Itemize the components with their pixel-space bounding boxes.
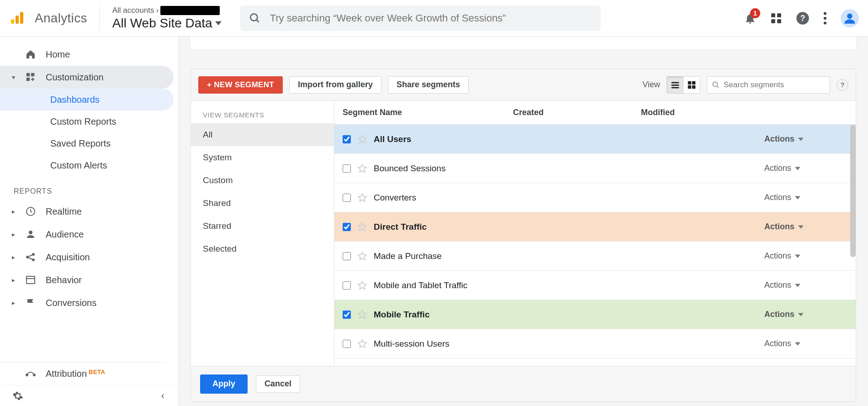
share-segments-button[interactable]: Share segments: [388, 76, 469, 94]
nav-attribution[interactable]: AttributionBETA: [0, 362, 174, 385]
segment-actions[interactable]: Actions: [764, 193, 856, 202]
col-segment-name[interactable]: Segment Name: [334, 108, 513, 117]
behavior-icon: [25, 274, 37, 285]
redacted-account-name: [160, 6, 220, 15]
segment-actions[interactable]: Actions: [764, 134, 856, 144]
segment-row[interactable]: Multi-session UsersActions: [334, 329, 856, 359]
segment-actions[interactable]: Actions: [764, 163, 856, 173]
star-icon[interactable]: [357, 251, 367, 261]
segment-row[interactable]: New UsersActions: [334, 359, 856, 366]
segment-checkbox[interactable]: [343, 135, 351, 143]
segment-checkbox[interactable]: [343, 194, 351, 202]
star-icon[interactable]: [357, 163, 367, 174]
clock-icon: [25, 206, 37, 217]
help-icon[interactable]: ?: [796, 11, 810, 25]
nav-sub-custom-reports[interactable]: Custom Reports: [0, 111, 174, 132]
nav-sub-saved-reports[interactable]: Saved Reports: [0, 132, 174, 154]
svg-point-20: [26, 256, 28, 258]
apply-button[interactable]: Apply: [200, 374, 248, 394]
nav-home[interactable]: Home: [0, 43, 174, 66]
view-grid-button[interactable]: [683, 77, 700, 93]
star-icon[interactable]: [357, 134, 367, 144]
customization-icon: [25, 72, 37, 82]
segment-row[interactable]: Made a PurchaseActions: [334, 242, 856, 271]
segment-checkbox[interactable]: [343, 252, 351, 260]
segment-row[interactable]: Mobile and Tablet TrafficActions: [334, 271, 856, 300]
segment-checkbox[interactable]: [343, 340, 351, 348]
nav-realtime[interactable]: ▸ Realtime: [0, 200, 174, 223]
account-selector[interactable]: All accounts › All Web Site Data: [112, 6, 222, 31]
more-icon[interactable]: [823, 12, 827, 25]
view-list-button[interactable]: [667, 77, 683, 93]
segment-row[interactable]: Mobile TrafficActions: [334, 300, 856, 329]
svg-point-3: [250, 14, 257, 21]
home-icon: [25, 49, 37, 60]
scrollbar[interactable]: [850, 125, 856, 257]
segment-name: Mobile Traffic: [374, 310, 429, 320]
flag-icon: [25, 297, 37, 308]
star-icon[interactable]: [357, 280, 367, 290]
caret-down-icon: [215, 20, 222, 26]
apps-icon[interactable]: [770, 12, 782, 24]
product-logo[interactable]: Analytics: [9, 5, 100, 31]
new-segment-button[interactable]: + NEW SEGMENT: [198, 76, 283, 94]
svg-rect-8: [777, 19, 781, 23]
segment-row[interactable]: ConvertersActions: [334, 183, 856, 212]
star-icon[interactable]: [357, 222, 367, 232]
collapse-nav[interactable]: ‹: [161, 390, 164, 402]
nav-conversions[interactable]: ▸ Conversions: [0, 291, 174, 314]
nav-audience[interactable]: ▸ Audience: [0, 223, 174, 246]
segment-actions[interactable]: Actions: [764, 251, 856, 261]
svg-rect-15: [26, 73, 30, 76]
segment-name: Multi-session Users: [374, 339, 450, 349]
segment-checkbox[interactable]: [343, 311, 351, 319]
segment-checkbox[interactable]: [343, 164, 351, 173]
nav-sub-custom-alerts[interactable]: Custom Alerts: [0, 154, 174, 176]
segment-search[interactable]: [707, 76, 830, 94]
segment-filters: VIEW SEGMENTS AllSystemCustomSharedStarr…: [191, 101, 334, 366]
import-gallery-button[interactable]: Import from gallery: [289, 76, 381, 94]
filter-custom[interactable]: Custom: [191, 169, 334, 192]
svg-point-22: [32, 259, 34, 261]
star-icon[interactable]: [357, 310, 367, 320]
nav-acquisition[interactable]: ▸ Acquisition: [0, 246, 174, 269]
filter-selected[interactable]: Selected: [191, 237, 334, 260]
filter-system[interactable]: System: [191, 146, 334, 169]
star-icon[interactable]: [357, 339, 367, 349]
segment-actions[interactable]: Actions: [764, 310, 856, 319]
segment-actions[interactable]: Actions: [764, 339, 856, 348]
segment-checkbox[interactable]: [343, 281, 351, 290]
segment-search-input[interactable]: [724, 80, 825, 90]
filter-shared[interactable]: Shared: [191, 192, 334, 215]
cancel-button[interactable]: Cancel: [256, 375, 300, 393]
segment-name: Bounced Sessions: [374, 163, 445, 174]
col-created[interactable]: Created: [513, 108, 641, 117]
segment-name: All Users: [374, 134, 411, 144]
segment-checkbox[interactable]: [343, 223, 351, 231]
filter-starred[interactable]: Starred: [191, 215, 334, 237]
search-input[interactable]: [270, 12, 592, 24]
segment-actions[interactable]: Actions: [764, 280, 856, 290]
svg-line-4: [256, 20, 259, 22]
star-icon[interactable]: [357, 193, 367, 203]
segment-name: Made a Purchase: [374, 251, 442, 261]
help-button[interactable]: ?: [836, 79, 848, 91]
filter-all[interactable]: All: [191, 123, 334, 146]
analytics-logo-icon: [9, 10, 26, 26]
caret-right-icon: ▸: [12, 231, 18, 238]
segment-actions[interactable]: Actions: [764, 222, 856, 232]
nav-sub-dashboards[interactable]: Dashboards: [0, 89, 174, 111]
notifications-button[interactable]: 1: [744, 12, 757, 25]
account-avatar[interactable]: [841, 9, 859, 27]
nav-behavior[interactable]: ▸ Behavior: [0, 269, 174, 291]
segment-strip: [190, 37, 857, 50]
segment-row[interactable]: Direct TrafficActions: [334, 212, 856, 242]
segment-row[interactable]: All UsersActions: [334, 125, 856, 154]
segment-row[interactable]: Bounced SessionsActions: [334, 154, 856, 183]
breadcrumb-root: All accounts: [112, 6, 154, 15]
col-modified[interactable]: Modified: [641, 108, 764, 117]
gear-icon[interactable]: [12, 390, 24, 401]
nav-customization[interactable]: ▾ Customization: [0, 66, 174, 89]
search-bar[interactable]: [240, 5, 601, 31]
attribution-icon: [25, 369, 37, 380]
